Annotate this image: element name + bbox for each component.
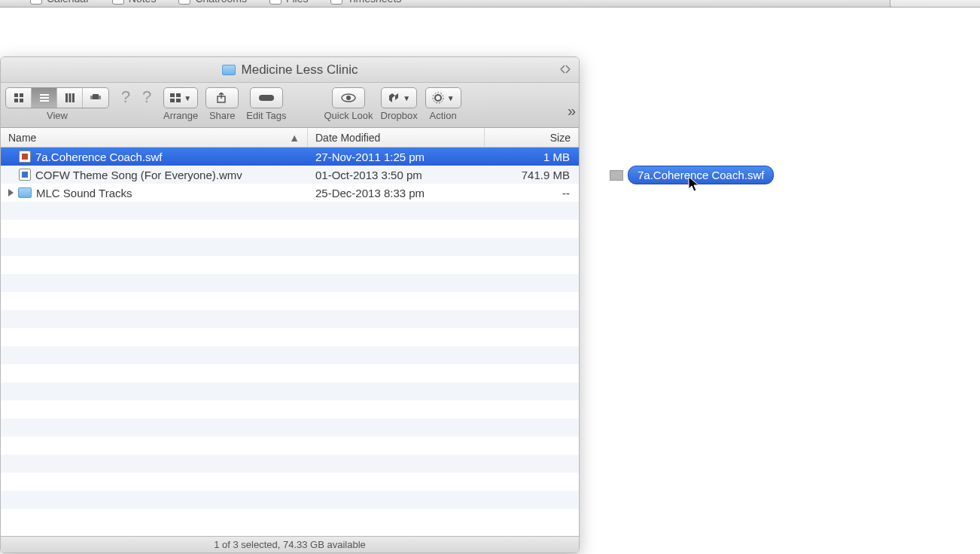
share-icon <box>216 93 228 103</box>
sort-asc-icon: ▲ <box>289 132 300 144</box>
svg-rect-12 <box>99 96 101 99</box>
file-name: 7a.Coherence Coach.swf <box>35 151 162 163</box>
svg-rect-14 <box>176 93 181 97</box>
column-label: Date Modified <box>315 132 380 144</box>
dropbox-label: Dropbox <box>381 110 418 121</box>
table-row <box>1 328 579 346</box>
help-icon[interactable]: ? <box>117 87 135 108</box>
table-row <box>1 274 579 292</box>
svg-rect-7 <box>65 93 68 102</box>
svg-rect-5 <box>40 97 49 99</box>
view-segmented <box>5 87 109 108</box>
action-group: ▼ Action <box>425 87 461 121</box>
svg-point-20 <box>346 96 351 100</box>
svg-rect-18 <box>259 95 274 101</box>
table-row[interactable]: MLC Sound Tracks25-Dec-2013 8:33 pm-- <box>1 184 579 202</box>
tag-icon <box>257 93 275 102</box>
quick-look-group: Quick Look <box>324 87 373 121</box>
ribbon-label: Chatrooms <box>195 0 246 5</box>
folder-icon <box>222 65 236 75</box>
coverflow-view-button[interactable] <box>83 88 108 108</box>
help-icon-2[interactable]: ? <box>138 87 156 108</box>
icon-view-button[interactable] <box>6 88 32 108</box>
svg-rect-8 <box>68 93 71 102</box>
svg-rect-9 <box>72 93 75 102</box>
ribbon-item-chatrooms[interactable]: Chatrooms <box>178 0 246 5</box>
svg-rect-0 <box>14 93 18 97</box>
column-view-button[interactable] <box>57 88 83 108</box>
table-row <box>1 473 579 491</box>
window-title: Medicine Less Clinic <box>242 62 358 78</box>
gear-icon <box>432 92 444 104</box>
table-row <box>1 256 579 274</box>
file-size: 741.9 MB <box>485 169 579 181</box>
share-group: Share <box>205 87 239 121</box>
size-column-header[interactable]: Size <box>485 128 579 147</box>
column-headers: Name ▲ Date Modified Size <box>1 128 579 148</box>
status-text: 1 of 3 selected, 74.33 GB available <box>214 539 366 550</box>
file-date: 27-Nov-2011 1:25 pm <box>308 151 485 163</box>
status-bar: 1 of 3 selected, 74.33 GB available <box>1 536 579 552</box>
ribbon-label: Files <box>286 0 309 5</box>
quick-look-button[interactable] <box>332 87 365 108</box>
table-row <box>1 419 579 437</box>
file-list[interactable]: 7a.Coherence Coach.swf27-Nov-2011 1:25 p… <box>1 148 579 536</box>
table-row <box>1 346 579 364</box>
notes-icon <box>112 0 124 5</box>
name-column-header[interactable]: Name ▲ <box>1 128 308 147</box>
table-row <box>1 437 579 455</box>
window-titlebar[interactable]: Medicine Less Clinic <box>1 57 579 83</box>
ribbon-label: Notes <box>129 0 157 5</box>
column-label: Name <box>8 132 36 144</box>
ribbon-label: Timesheets <box>347 0 401 5</box>
toolbar-overflow-button[interactable]: » <box>568 95 574 120</box>
svg-rect-11 <box>90 96 93 99</box>
arrange-button[interactable]: ▼ <box>163 87 198 108</box>
fullscreen-icon[interactable] <box>559 63 571 75</box>
table-row[interactable]: COFW Theme Song (For Everyone).wmv01-Oct… <box>1 166 579 184</box>
timesheets-icon <box>330 0 342 5</box>
finder-toolbar: View ? ? ▼ Arrange Share Edit Tags <box>1 83 579 128</box>
file-icon <box>19 169 31 181</box>
action-button[interactable]: ▼ <box>425 87 461 108</box>
list-view-button[interactable] <box>32 88 57 108</box>
grid-icon <box>170 93 181 102</box>
ribbon-right-box[interactable] <box>890 0 980 8</box>
file-size: 1 MB <box>485 151 579 163</box>
edit-tags-button[interactable] <box>250 87 283 108</box>
file-icon <box>19 151 31 163</box>
files-icon <box>269 0 282 5</box>
view-label: View <box>47 110 68 121</box>
quick-look-label: Quick Look <box>324 110 373 121</box>
chevron-down-icon: ▼ <box>184 94 191 102</box>
view-group: View <box>5 87 109 121</box>
date-column-header[interactable]: Date Modified <box>308 128 485 147</box>
svg-rect-13 <box>170 93 175 97</box>
table-row[interactable]: 7a.Coherence Coach.swf27-Nov-2011 1:25 p… <box>1 148 579 166</box>
svg-rect-15 <box>170 99 175 102</box>
arrange-group: ▼ Arrange <box>163 87 198 121</box>
help-group: ? ? <box>117 87 156 108</box>
table-row <box>1 382 579 400</box>
table-row <box>1 220 579 238</box>
svg-rect-3 <box>20 99 23 102</box>
dropbox-icon <box>388 93 400 103</box>
ribbon-label: Calendar <box>47 0 90 5</box>
share-button[interactable] <box>205 87 239 108</box>
svg-rect-6 <box>40 100 49 102</box>
table-row <box>1 455 579 473</box>
file-icon <box>610 170 623 181</box>
svg-rect-4 <box>40 94 49 96</box>
ribbon-item-timesheets[interactable]: Timesheets <box>330 0 401 5</box>
action-label: Action <box>430 110 457 121</box>
ribbon-item-calendar[interactable]: Calendar <box>30 0 90 5</box>
dropbox-button[interactable]: ▼ <box>381 87 417 108</box>
edit-tags-group: Edit Tags <box>246 87 286 121</box>
ribbon-item-files[interactable]: Files <box>269 0 309 5</box>
svg-point-21 <box>435 95 441 101</box>
disclosure-triangle-icon[interactable] <box>8 189 14 196</box>
ribbon-item-notes[interactable]: Notes <box>112 0 157 5</box>
svg-rect-2 <box>14 99 18 102</box>
column-label: Size <box>550 132 571 144</box>
table-row <box>1 491 579 509</box>
